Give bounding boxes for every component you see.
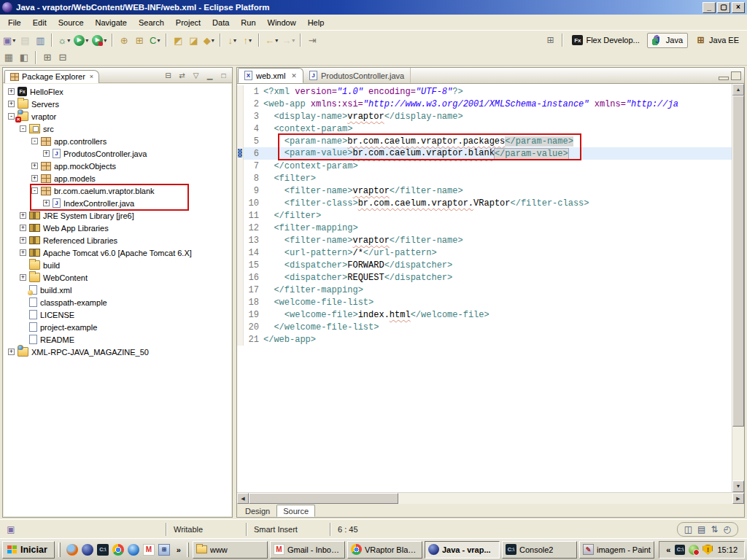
code-line-6[interactable]: 6 <param-value>br.com.caelum.vraptor.bla…	[237, 147, 732, 160]
run-button[interactable]: ▶▾	[72, 32, 90, 48]
code-line-16[interactable]: 16 <dispatcher>REQUEST</dispatcher>	[237, 271, 732, 284]
plus-expander-icon[interactable]: +	[20, 237, 26, 244]
plus-expander-icon[interactable]: +	[43, 150, 50, 157]
tree-item-project-example[interactable]: project-example	[4, 321, 231, 333]
plus-expander-icon[interactable]: +	[20, 274, 26, 281]
minus-expander-icon[interactable]: -	[8, 113, 15, 120]
tree-item-build-xml[interactable]: build.xml	[4, 284, 231, 296]
taskbar-button-java-vrap[interactable]: Java - vrap...	[425, 541, 500, 559]
menu-window[interactable]: Window	[262, 16, 302, 29]
pin-editor-button[interactable]: ⇥	[305, 32, 320, 48]
horizontal-scroll-thumb[interactable]	[249, 493, 398, 504]
tree-item-app-models[interactable]: +app.models	[4, 172, 231, 184]
export-button[interactable]: ↑▾	[240, 32, 255, 48]
synchronize-trim-icon[interactable]: ⇅	[711, 524, 718, 534]
plus-expander-icon[interactable]: +	[31, 175, 38, 182]
code-line-3[interactable]: 3 <display-name>vraptor</display-name>	[237, 110, 732, 122]
console2-tray-icon[interactable]: C:\	[675, 545, 685, 555]
web-services-explorer-button[interactable]: ▦	[1, 50, 16, 66]
code-line-18[interactable]: 18 <welcome-file-list>	[237, 296, 732, 308]
restore-windows-button[interactable]: ⊟	[55, 50, 70, 66]
maximize-editor-button[interactable]	[731, 71, 741, 80]
xml-source-editor[interactable]: 1<?xml version="1.0" encoding="UTF-8"?>2…	[237, 84, 732, 492]
start-button[interactable]: Iniciar	[2, 541, 55, 559]
view-menu-button[interactable]: ▽	[190, 70, 201, 80]
plus-expander-icon[interactable]: +	[8, 101, 15, 107]
security-tray-icon[interactable]: !	[703, 545, 713, 555]
code-line-5[interactable]: 5 <param-name>br.com.caelum.vraptor.pack…	[237, 135, 732, 147]
close-tab-icon[interactable]: ✕	[289, 72, 297, 79]
perspective-java[interactable]: JJava	[647, 33, 688, 48]
code-line-11[interactable]: 11 </filter>	[237, 209, 732, 222]
quick-launch-overflow-chevron[interactable]: »	[174, 545, 183, 554]
code-line-12[interactable]: 12 <filter-mapping>	[237, 222, 732, 234]
debug-button[interactable]: ☼▾	[56, 32, 71, 48]
code-line-13[interactable]: 13 <filter-name>vraptor</filter-name>	[237, 234, 732, 246]
new-flex-project-button[interactable]: ⊕	[117, 32, 131, 48]
tree-item-web-app-libraries[interactable]: +Web App Libraries	[4, 222, 231, 234]
back-button[interactable]: ←▾	[263, 32, 279, 48]
quick-launch-handle[interactable]	[58, 542, 61, 557]
tree-item-webcontent[interactable]: +WebContent	[4, 271, 231, 284]
code-line-19[interactable]: 19 <welcome-file>index.html</welcome-fil…	[237, 308, 732, 321]
plus-expander-icon[interactable]: +	[20, 212, 26, 219]
eclipse-icon[interactable]	[82, 544, 93, 556]
code-line-10[interactable]: 10 <filter-class>br.com.caelum.vraptor.V…	[237, 197, 732, 209]
run-external-tools-button[interactable]: ▶▾	[90, 32, 108, 48]
tree-item-app-mockobjects[interactable]: +app.mockObjects	[4, 160, 231, 172]
save-button[interactable]: ▤	[18, 32, 32, 48]
perspective-flex-develop[interactable]: FxFlex Develop...	[567, 33, 644, 48]
editor-tab-produtoscontroller-java[interactable]: JProdutosController.java	[303, 68, 411, 83]
plus-expander-icon[interactable]: +	[8, 349, 15, 355]
code-line-7[interactable]: 7 </context-param>	[237, 160, 732, 172]
plus-expander-icon[interactable]: +	[20, 249, 26, 256]
minus-expander-icon[interactable]: -	[20, 125, 26, 132]
tree-item-build[interactable]: build	[4, 259, 231, 271]
taskbar-button-console2[interactable]: C:\Console2	[502, 541, 577, 559]
restore-window-button[interactable]: ▢	[717, 2, 730, 13]
close-window-button[interactable]: ×	[732, 2, 745, 13]
code-line-14[interactable]: 14 <url-pattern>/*</url-pattern>	[237, 246, 732, 259]
tree-item-apache-tomcat-v6-0-apache-tomcat-6-x[interactable]: +Apache Tomcat v6.0 [Apache Tomcat 6.X]	[4, 246, 231, 259]
task-area-handle[interactable]	[187, 542, 189, 557]
tree-item-referenced-libraries[interactable]: +Referenced Libraries	[4, 234, 231, 246]
code-line-9[interactable]: 9 <filter-name>vraptor</filter-name>	[237, 184, 732, 197]
chrome-icon[interactable]	[112, 544, 124, 556]
tree-item-app-controllers[interactable]: -app.controllers	[4, 135, 231, 147]
plus-expander-icon[interactable]: +	[31, 163, 38, 169]
scroll-right-arrow-icon[interactable]: ▶	[732, 493, 744, 504]
scheduler-icon[interactable]: ⊞	[158, 544, 170, 556]
collapse-all-button[interactable]: ⊟	[163, 70, 174, 80]
editor-tab-web-xml[interactable]: Xweb.xml✕	[238, 68, 303, 83]
minimize-editor-button[interactable]	[719, 77, 729, 80]
maximize-view-button[interactable]: □	[218, 70, 229, 80]
code-line-2[interactable]: 2<web-app xmlns:xsi="http://www.w3.org/2…	[237, 98, 732, 110]
tree-item-servers[interactable]: +Servers	[4, 98, 231, 110]
code-line-8[interactable]: 8 <filter>	[237, 172, 732, 184]
scroll-left-arrow-icon[interactable]: ◀	[237, 493, 249, 504]
tree-item-classpath-example[interactable]: classpath-example	[4, 296, 231, 308]
fast-view-icon[interactable]: ▣	[6, 524, 16, 535]
code-line-17[interactable]: 17 </filter-mapping>	[237, 284, 732, 296]
menu-help[interactable]: Help	[302, 16, 330, 29]
tab-source[interactable]: Source	[276, 505, 315, 517]
minimize-window-button[interactable]: _	[703, 2, 716, 13]
firefox-icon[interactable]	[66, 544, 78, 556]
new-package-button[interactable]: ⊞	[132, 32, 147, 48]
scroll-up-arrow-icon[interactable]: ▲	[732, 84, 744, 96]
code-line-4[interactable]: 4 <context-param>	[237, 122, 732, 135]
plus-expander-icon[interactable]: +	[43, 200, 50, 206]
close-view-icon[interactable]: ×	[88, 73, 93, 80]
tree-item-readme[interactable]: README	[4, 333, 231, 346]
menu-search[interactable]: Search	[133, 16, 170, 29]
search-button[interactable]: ◆▾	[201, 32, 216, 48]
editor-horizontal-scrollbar[interactable]: ◀ ▶	[237, 492, 744, 504]
tree-item-src[interactable]: -src	[4, 122, 231, 135]
open-perspective-button[interactable]: ⊞	[542, 33, 558, 47]
horizontal-scroll-track[interactable]	[398, 493, 732, 504]
console-trim-icon[interactable]: ▤	[697, 524, 705, 534]
menu-navigate[interactable]: Navigate	[90, 16, 133, 29]
code-line-21[interactable]: 21</web-app>	[237, 333, 732, 346]
taskbar-button-gmail-inbox[interactable]: MGmail - Inbox:...	[270, 541, 345, 559]
menu-project[interactable]: Project	[170, 16, 206, 29]
